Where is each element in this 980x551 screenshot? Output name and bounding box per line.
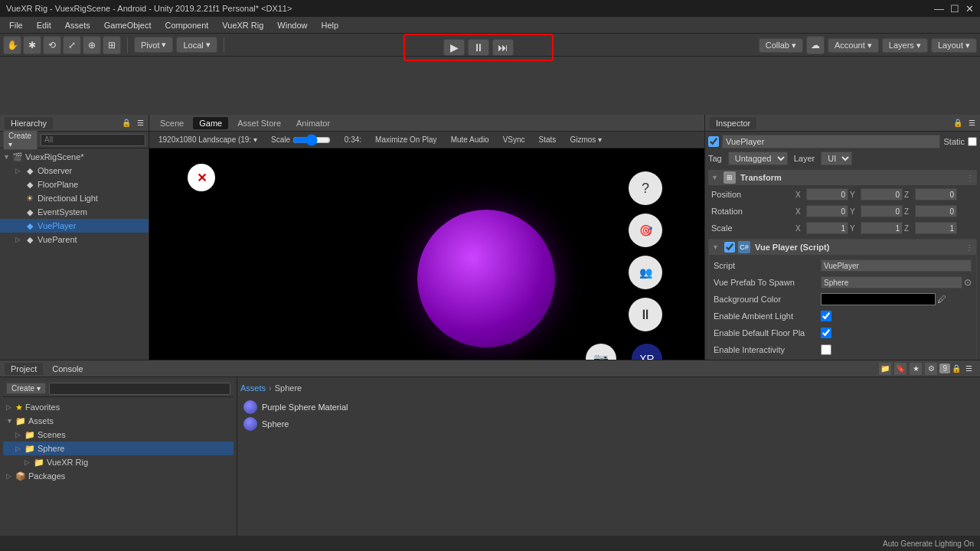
hier-item-observer[interactable]: ▷ ◆ Observer	[0, 164, 149, 178]
asset-sphere[interactable]: Sphere	[240, 416, 977, 432]
tree-favorites[interactable]: ▷ ★ Favorites	[3, 400, 234, 414]
tree-packages[interactable]: ▷ 📦 Packages	[3, 469, 234, 483]
hier-item-dirlight[interactable]: ☀ Directional Light	[0, 191, 149, 205]
color-picker-icon[interactable]: 🖊	[937, 294, 946, 305]
hand-tool-btn[interactable]: ✋	[3, 36, 21, 54]
tab-scene[interactable]: Scene	[154, 117, 190, 129]
account-btn[interactable]: Account ▾	[828, 38, 879, 53]
static-checkbox[interactable]	[968, 137, 977, 146]
menu-assets[interactable]: Assets	[59, 19, 96, 31]
tree-vuexr-rig[interactable]: ▷ 📁 VueXR Rig	[3, 455, 234, 469]
cloud-btn[interactable]: ☁	[806, 36, 825, 54]
bc-assets[interactable]: Assets	[240, 383, 266, 393]
menu-edit[interactable]: Edit	[31, 19, 57, 31]
menu-help[interactable]: Help	[315, 19, 345, 31]
tree-assets[interactable]: ▼ 📁 Assets	[3, 414, 234, 428]
hierarchy-lock-icon[interactable]: 🔒	[122, 119, 131, 127]
tag-select[interactable]: Untagged	[728, 152, 788, 165]
local-btn[interactable]: Local ▾	[176, 37, 217, 53]
tab-console[interactable]: Console	[46, 363, 89, 375]
menu-window[interactable]: Window	[271, 19, 313, 31]
layer-select[interactable]: UI	[821, 152, 852, 165]
tab-project[interactable]: Project	[5, 363, 43, 375]
search-bottom-icon[interactable]: ⚙	[924, 362, 938, 376]
prefab-input[interactable]	[821, 276, 962, 289]
bookmark-icon[interactable]: 🔖	[893, 362, 907, 376]
folder-icon[interactable]: 📁	[878, 362, 892, 376]
menu-component[interactable]: Component	[158, 19, 214, 31]
hierarchy-menu-icon[interactable]: ☰	[137, 119, 144, 127]
multiplayer-btn[interactable]: 👥	[629, 256, 662, 289]
collab-btn[interactable]: Collab ▾	[759, 38, 803, 53]
minimize-btn[interactable]: —	[934, 3, 944, 15]
interactivity-checkbox[interactable]	[821, 344, 831, 355]
transform-tool-btn[interactable]: ⊞	[103, 36, 121, 54]
default-floor-checkbox[interactable]	[821, 328, 831, 338]
pos-y-input[interactable]	[861, 188, 903, 201]
layout-btn[interactable]: Layout ▾	[931, 38, 977, 53]
rect-tool-btn[interactable]: ⊕	[83, 36, 101, 54]
resolution-dropdown[interactable]: 1920x1080 Landscape (19: ▾	[154, 135, 262, 145]
hier-item-vueparent[interactable]: ▷ ◆ VueParent	[0, 233, 149, 246]
obj-active-checkbox[interactable]	[708, 136, 719, 147]
obj-name-input[interactable]	[722, 135, 940, 148]
asset-purple-sphere-material[interactable]: Purple Sphere Material	[240, 399, 977, 416]
transform-section-header[interactable]: ▼ ⊞ Transform ⋮	[708, 170, 977, 185]
pause-btn[interactable]: ⏸	[468, 39, 489, 56]
project-create-btn[interactable]: Create ▾	[6, 383, 46, 394]
tab-asset-store[interactable]: Asset Store	[231, 117, 287, 129]
hier-item-eventsystem[interactable]: ◆ EventSystem	[0, 205, 149, 219]
maximize-btn[interactable]: ☐	[950, 3, 959, 15]
sc-x-input[interactable]	[806, 222, 848, 234]
script-options-icon[interactable]: ⋮	[965, 243, 973, 252]
pos-z-input[interactable]	[915, 188, 957, 201]
hier-item-floorplane[interactable]: ◆ FloorPlane	[0, 178, 149, 191]
menu-file[interactable]: File	[3, 19, 29, 31]
script-enabled-checkbox[interactable]	[724, 242, 735, 253]
vsync-btn[interactable]: VSync	[498, 135, 530, 145]
project-search-input[interactable]	[49, 383, 230, 395]
hierarchy-create-btn[interactable]: Create ▾	[3, 130, 38, 150]
help-btn[interactable]: ?	[629, 171, 662, 205]
maximize-btn[interactable]: Maximize On Play	[371, 135, 442, 145]
close-game-btn[interactable]: ✕	[188, 164, 215, 191]
panel-menu-icon[interactable]: ☰	[965, 364, 972, 373]
step-btn[interactable]: ⏭	[492, 39, 514, 56]
radar-btn[interactable]: 🎯	[629, 214, 662, 247]
hier-item-vuexrigscene[interactable]: ▼ 🎬 VuexRigScene*	[0, 150, 149, 164]
inspector-lock-icon[interactable]: 🔒	[953, 119, 962, 127]
tab-game[interactable]: Game	[193, 117, 228, 129]
tree-scenes[interactable]: ▷ 📁 Scenes	[3, 428, 234, 442]
prefab-pick-icon[interactable]: ⊙	[964, 277, 972, 288]
rotate-tool-btn[interactable]: ⟲	[43, 36, 61, 54]
scale-tool-btn[interactable]: ⤢	[63, 36, 81, 54]
inspector-menu-icon[interactable]: ☰	[969, 119, 975, 127]
transform-options-icon[interactable]: ⋮	[966, 174, 974, 182]
gizmos-btn[interactable]: Gizmos ▾	[565, 135, 606, 145]
layers-btn[interactable]: Layers ▾	[882, 38, 928, 53]
move-tool-btn[interactable]: ✱	[23, 36, 41, 54]
sc-z-input[interactable]	[915, 222, 957, 234]
menu-vuexr-rig[interactable]: VueXR Rig	[216, 19, 270, 31]
close-btn[interactable]: ✕	[965, 3, 974, 15]
pos-x-input[interactable]	[806, 188, 848, 201]
bg-color-swatch[interactable]	[821, 293, 936, 305]
sc-y-input[interactable]	[861, 222, 903, 234]
rot-y-input[interactable]	[861, 205, 903, 217]
hier-item-vueplayer[interactable]: ◆ VuePlayer	[0, 219, 149, 233]
mute-btn[interactable]: Mute Audio	[446, 135, 494, 145]
tab-hierarchy[interactable]: Hierarchy	[5, 117, 53, 129]
play-btn[interactable]: ▶	[443, 39, 465, 56]
rot-x-input[interactable]	[806, 205, 848, 217]
star-icon[interactable]: ★	[909, 362, 923, 376]
rot-z-input[interactable]	[915, 205, 957, 217]
tab-inspector[interactable]: Inspector	[710, 117, 756, 129]
titlebar-controls[interactable]: — ☐ ✕	[934, 3, 974, 15]
tree-sphere[interactable]: ▷ 📁 Sphere	[3, 442, 234, 455]
scale-slider[interactable]	[292, 134, 331, 146]
menu-gameobject[interactable]: GameObject	[98, 19, 158, 31]
ambient-checkbox[interactable]	[821, 311, 831, 321]
script-section-header[interactable]: ▼ C# Vue Player (Script) ⋮	[709, 240, 976, 255]
pivot-btn[interactable]: Pivot ▾	[134, 37, 173, 53]
panel-lock-icon[interactable]: 🔒	[952, 364, 961, 373]
